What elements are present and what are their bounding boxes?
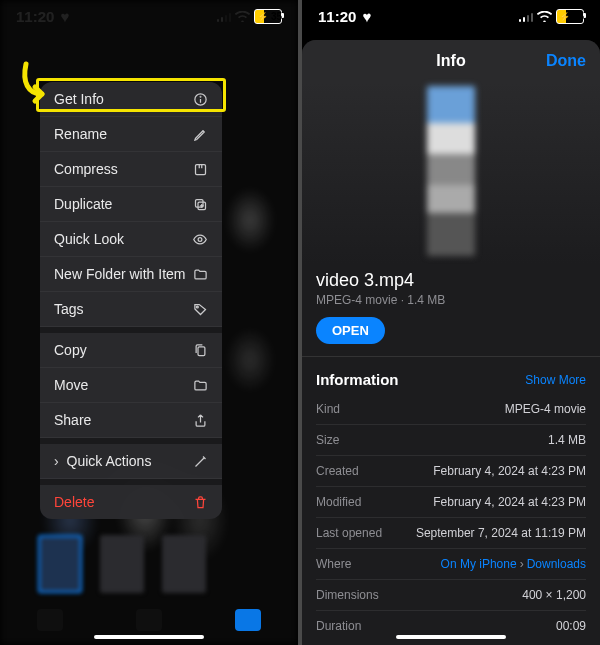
wand-icon bbox=[193, 454, 208, 469]
sheet-header: Info Done bbox=[302, 40, 600, 82]
svg-point-7 bbox=[196, 306, 198, 308]
annotation-arrow-icon bbox=[18, 60, 58, 110]
video-thumbnail[interactable] bbox=[427, 86, 475, 256]
info-row-last-opened: Last opened September 7, 2024 at 11:19 P… bbox=[316, 518, 586, 549]
info-row-dimensions: Dimensions 400 × 1,200 bbox=[316, 580, 586, 611]
sheet-title: Info bbox=[436, 52, 465, 70]
menu-item-tags[interactable]: Tags bbox=[40, 292, 222, 327]
file-thumbnails bbox=[38, 535, 206, 593]
menu-label: Quick Actions bbox=[67, 453, 152, 469]
menu-label: Quick Look bbox=[54, 231, 124, 247]
menu-label: Delete bbox=[54, 494, 94, 510]
info-row-size: Size 1.4 MB bbox=[316, 425, 586, 456]
file-name: video 3.mp4 bbox=[316, 270, 586, 291]
menu-item-move[interactable]: Move bbox=[40, 368, 222, 403]
done-button[interactable]: Done bbox=[546, 52, 586, 70]
menu-label: Rename bbox=[54, 126, 107, 142]
menu-item-quick-actions[interactable]: › Quick Actions bbox=[40, 444, 222, 479]
menu-item-duplicate[interactable]: Duplicate bbox=[40, 187, 222, 222]
clock: 11:20 bbox=[318, 8, 356, 25]
battery-indicator: ⚡35 bbox=[254, 9, 282, 24]
menu-label: Share bbox=[54, 412, 91, 428]
folder-plus-icon bbox=[193, 267, 208, 282]
folder-icon bbox=[193, 378, 208, 393]
status-bar: 11:20 ♥ ⚡35 bbox=[302, 0, 600, 31]
wifi-icon bbox=[537, 11, 552, 22]
file-subtitle: MPEG-4 movie · 1.4 MB bbox=[316, 293, 586, 307]
info-row-where: Where On My iPhone›Downloads bbox=[316, 549, 586, 580]
info-row-created: Created February 4, 2024 at 4:23 PM bbox=[316, 456, 586, 487]
section-heading: Information bbox=[316, 371, 399, 388]
screenshot-context-menu: 11:20 ♥ ⚡35 Get Info Rename Compress Dup… bbox=[0, 0, 298, 645]
screenshot-info-sheet: 11:20 ♥ ⚡35 Info Done video 3.mp4 MPEG-4… bbox=[302, 0, 600, 645]
menu-item-delete[interactable]: Delete bbox=[40, 485, 222, 519]
tag-icon bbox=[193, 302, 208, 317]
menu-item-quick-look[interactable]: Quick Look bbox=[40, 222, 222, 257]
information-section: Information Show More Kind MPEG-4 movie … bbox=[302, 357, 600, 645]
svg-point-6 bbox=[198, 237, 202, 241]
share-icon bbox=[193, 413, 208, 428]
menu-item-get-info[interactable]: Get Info bbox=[40, 82, 222, 117]
tab-bar bbox=[0, 609, 298, 631]
home-indicator[interactable] bbox=[94, 635, 204, 639]
info-icon bbox=[193, 92, 208, 107]
info-row-modified: Modified February 4, 2024 at 4:23 PM bbox=[316, 487, 586, 518]
file-preview bbox=[302, 82, 600, 264]
menu-item-share[interactable]: Share bbox=[40, 403, 222, 438]
battery-indicator: ⚡35 bbox=[556, 9, 584, 24]
cellular-signal-icon bbox=[519, 12, 534, 22]
menu-item-compress[interactable]: Compress bbox=[40, 152, 222, 187]
menu-label: Duplicate bbox=[54, 196, 112, 212]
menu-label: Get Info bbox=[54, 91, 104, 107]
svg-rect-3 bbox=[196, 164, 206, 174]
copy-icon bbox=[193, 343, 208, 358]
eye-icon bbox=[192, 232, 208, 247]
archive-icon bbox=[193, 162, 208, 177]
menu-label: Copy bbox=[54, 342, 87, 358]
trash-icon bbox=[193, 495, 208, 510]
context-menu: Get Info Rename Compress Duplicate Quick… bbox=[40, 82, 222, 519]
home-indicator[interactable] bbox=[396, 635, 506, 639]
menu-item-copy[interactable]: Copy bbox=[40, 333, 222, 368]
thumbnail-selected[interactable] bbox=[38, 535, 82, 593]
menu-label: Tags bbox=[54, 301, 84, 317]
thumbnail[interactable] bbox=[100, 535, 144, 593]
menu-item-new-folder[interactable]: New Folder with Item bbox=[40, 257, 222, 292]
menu-label: Compress bbox=[54, 161, 118, 177]
file-meta: video 3.mp4 MPEG-4 movie · 1.4 MB OPEN bbox=[302, 264, 600, 357]
chevron-right-icon: › bbox=[54, 453, 59, 469]
tab-recents[interactable] bbox=[37, 609, 63, 631]
pencil-icon bbox=[193, 127, 208, 142]
info-table: Kind MPEG-4 movie Size 1.4 MB Created Fe… bbox=[316, 394, 586, 641]
menu-item-rename[interactable]: Rename bbox=[40, 117, 222, 152]
thumbnail[interactable] bbox=[162, 535, 206, 593]
info-sheet: Info Done video 3.mp4 MPEG-4 movie · 1.4… bbox=[302, 40, 600, 645]
info-row-kind: Kind MPEG-4 movie bbox=[316, 394, 586, 425]
menu-label: New Folder with Item bbox=[54, 266, 185, 282]
tab-shared[interactable] bbox=[136, 609, 162, 631]
svg-rect-8 bbox=[198, 346, 205, 355]
show-more-button[interactable]: Show More bbox=[525, 373, 586, 387]
duplicate-icon bbox=[193, 197, 208, 212]
tab-browse[interactable] bbox=[235, 609, 261, 631]
open-button[interactable]: OPEN bbox=[316, 317, 385, 344]
menu-label: Move bbox=[54, 377, 88, 393]
svg-point-2 bbox=[200, 96, 201, 97]
where-path[interactable]: On My iPhone›Downloads bbox=[441, 557, 586, 571]
heart-icon: ♥ bbox=[362, 8, 371, 25]
